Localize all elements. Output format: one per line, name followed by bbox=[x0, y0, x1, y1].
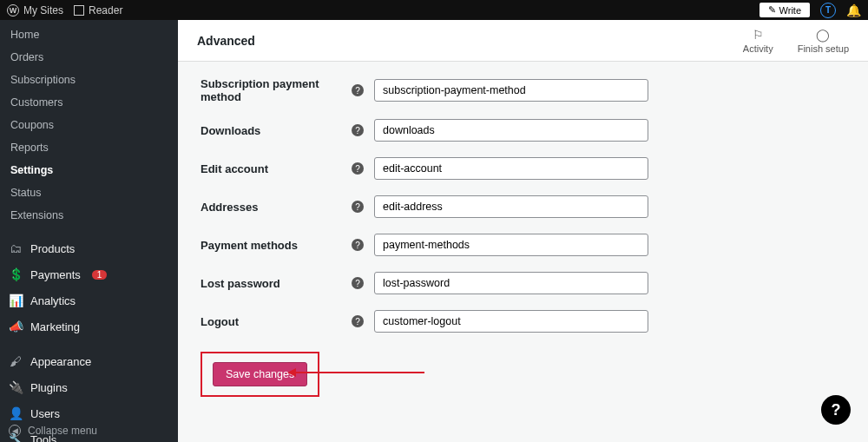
main-content: Advanced ⚐ Activity ◯ Finish setup Subsc… bbox=[178, 20, 868, 442]
admin-sidebar: HomeOrdersSubscriptionsCustomersCouponsR… bbox=[0, 20, 178, 442]
reader-icon bbox=[74, 5, 84, 16]
endpoint-input[interactable] bbox=[374, 157, 648, 180]
field-label: Payment methods bbox=[201, 239, 352, 252]
sidebar-submenu: HomeOrdersSubscriptionsCustomersCouponsR… bbox=[0, 20, 178, 227]
field-label: Addresses bbox=[201, 201, 352, 214]
reader-label: Reader bbox=[89, 4, 122, 16]
flag-icon: ⚐ bbox=[753, 28, 764, 42]
sidebar-item-appearance[interactable]: 🖌Appearance bbox=[0, 348, 178, 374]
analytics-icon: 📊 bbox=[9, 294, 23, 307]
notifications-icon[interactable]: 🔔 bbox=[846, 3, 861, 17]
field-label: Edit account bbox=[201, 162, 352, 175]
sidebar-sub-coupons[interactable]: Coupons bbox=[0, 114, 178, 136]
form-row: Downloads? bbox=[201, 119, 845, 142]
form-row: Payment methods? bbox=[201, 234, 845, 256]
form-row: Logout? bbox=[201, 310, 845, 333]
my-sites-link[interactable]: W My Sites bbox=[7, 4, 63, 16]
form-row: Edit account? bbox=[201, 157, 845, 180]
page-title: Advanced bbox=[197, 34, 255, 48]
admin-topbar: W My Sites Reader Write T 🔔 bbox=[0, 0, 868, 20]
endpoint-input[interactable] bbox=[374, 195, 648, 218]
sidebar-sub-home[interactable]: Home bbox=[0, 23, 178, 46]
wordpress-logo-icon: W bbox=[7, 4, 19, 16]
finish-setup-button[interactable]: ◯ Finish setup bbox=[798, 28, 849, 54]
sidebar-item-label: Appearance bbox=[30, 355, 91, 368]
sidebar-item-label: Plugins bbox=[30, 381, 68, 394]
help-icon[interactable]: ? bbox=[352, 277, 364, 289]
help-icon[interactable]: ? bbox=[352, 84, 364, 96]
help-fab-button[interactable]: ? bbox=[821, 395, 851, 425]
endpoint-input[interactable] bbox=[374, 79, 648, 102]
sidebar-item-payments[interactable]: 💲Payments1 bbox=[0, 261, 178, 287]
page-header: Advanced ⚐ Activity ◯ Finish setup bbox=[178, 20, 868, 62]
sidebar-item-label: Payments bbox=[30, 268, 81, 281]
endpoint-input[interactable] bbox=[374, 310, 648, 333]
sidebar-sub-settings[interactable]: Settings bbox=[0, 159, 178, 181]
help-icon[interactable]: ? bbox=[352, 201, 364, 213]
badge: 1 bbox=[92, 270, 108, 280]
form-row: Subscription payment method? bbox=[201, 77, 845, 103]
write-label: Write bbox=[779, 5, 801, 16]
annotation-arrow bbox=[294, 372, 424, 373]
circle-icon: ◯ bbox=[816, 28, 830, 42]
sidebar-sub-subscriptions[interactable]: Subscriptions bbox=[0, 69, 178, 91]
endpoint-input[interactable] bbox=[374, 272, 648, 294]
pen-icon bbox=[768, 4, 776, 16]
help-icon[interactable]: ? bbox=[352, 162, 364, 175]
collapse-label: Collapse menu bbox=[28, 425, 97, 437]
sidebar-sub-status[interactable]: Status bbox=[0, 181, 178, 204]
marketing-icon: 📣 bbox=[9, 320, 23, 333]
user-avatar[interactable]: T bbox=[820, 3, 836, 18]
my-sites-label: My Sites bbox=[23, 4, 63, 16]
settings-form: Subscription payment method?Downloads?Ed… bbox=[178, 62, 868, 409]
appearance-icon: 🖌 bbox=[9, 354, 23, 368]
sidebar-item-label: Products bbox=[30, 242, 75, 255]
sidebar-sub-extensions[interactable]: Extensions bbox=[0, 204, 178, 227]
field-label: Lost password bbox=[201, 277, 352, 290]
field-label: Downloads bbox=[201, 124, 352, 137]
reader-link[interactable]: Reader bbox=[74, 4, 122, 16]
payments-icon: 💲 bbox=[9, 267, 23, 281]
activity-button[interactable]: ⚐ Activity bbox=[743, 28, 773, 54]
field-label: Subscription payment method bbox=[201, 77, 352, 103]
sidebar-item-plugins[interactable]: 🔌Plugins bbox=[0, 374, 178, 400]
sidebar-sub-reports[interactable]: Reports bbox=[0, 136, 178, 159]
sidebar-sub-customers[interactable]: Customers bbox=[0, 91, 178, 114]
chevron-left-icon: ◀ bbox=[9, 425, 21, 437]
users-icon: 👤 bbox=[9, 406, 23, 420]
products-icon: 🗂 bbox=[9, 241, 23, 255]
save-highlight-box: Save changes bbox=[201, 352, 319, 397]
sidebar-item-users[interactable]: 👤Users bbox=[0, 400, 178, 426]
activity-label: Activity bbox=[743, 43, 773, 54]
sidebar-item-label: Users bbox=[30, 407, 60, 420]
sidebar-item-label: Analytics bbox=[30, 294, 76, 307]
field-label: Logout bbox=[201, 315, 352, 328]
sidebar-item-products[interactable]: 🗂Products bbox=[0, 235, 178, 261]
form-row: Addresses? bbox=[201, 195, 845, 218]
help-icon[interactable]: ? bbox=[352, 315, 364, 327]
form-row: Lost password? bbox=[201, 272, 845, 294]
sidebar-sub-orders[interactable]: Orders bbox=[0, 46, 178, 69]
endpoint-input[interactable] bbox=[374, 234, 648, 256]
write-button[interactable]: Write bbox=[760, 3, 810, 17]
finish-label: Finish setup bbox=[798, 43, 849, 54]
endpoint-input[interactable] bbox=[374, 119, 648, 142]
sidebar-item-marketing[interactable]: 📣Marketing bbox=[0, 313, 178, 340]
plugins-icon: 🔌 bbox=[9, 380, 23, 394]
sidebar-item-analytics[interactable]: 📊Analytics bbox=[0, 287, 178, 313]
help-icon[interactable]: ? bbox=[352, 239, 364, 251]
sidebar-item-label: Marketing bbox=[30, 320, 80, 333]
collapse-menu[interactable]: ◀ Collapse menu bbox=[9, 425, 97, 437]
help-icon[interactable]: ? bbox=[352, 124, 364, 136]
